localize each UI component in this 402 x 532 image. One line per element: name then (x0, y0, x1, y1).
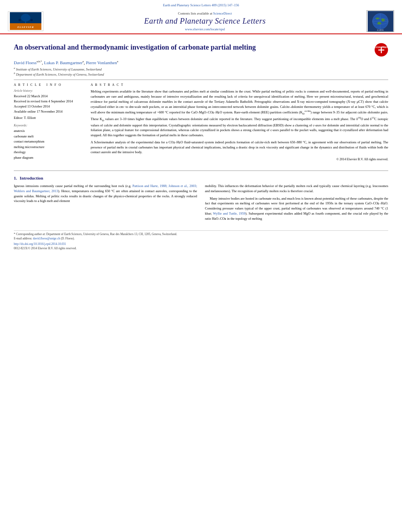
article-info-abstract: A R T I C L E I N F O Article history: R… (14, 83, 388, 162)
section-title-text: Introduction (20, 176, 43, 180)
doi-line: http://dx.doi.org/10.1016/j.epsl.2014.10… (14, 242, 388, 246)
author-2: Lukas P. Baumgartner (44, 60, 82, 65)
svg-point-4 (19, 19, 21, 21)
elsevier-logo: ELSEVIER (8, 11, 43, 31)
journal-header-middle: ELSEVIER Contents lists available at Sci… (8, 9, 394, 33)
email-line: E-mail address: david.floess@unige.ch (D… (14, 237, 388, 241)
intro-right-col: mobility. This influences the deformatio… (205, 184, 388, 223)
doi-link[interactable]: http://dx.doi.org/10.1016/j.epsl.2014.10… (14, 242, 66, 246)
journal-url[interactable]: www.elsevier.com/locate/epsl (43, 27, 367, 31)
email-note: (D. Floess). (61, 237, 74, 240)
affiliations: a Institute of Earth Sciences, Universit… (14, 67, 388, 77)
keywords-section: Keywords: anatexis carbonate melt contac… (14, 124, 83, 161)
intro-left-col: Igneous intrusions commonly cause partia… (14, 184, 197, 223)
section-number: 1. (14, 176, 17, 180)
introduction-section: 1. Introduction Igneous intrusions commo… (0, 176, 402, 223)
journal-header: Earth and Planetary Science Letters 409 … (0, 0, 402, 34)
contents-text: Contents lists available at (178, 11, 212, 15)
authors-line: David Floessa,b,*, Lukas P. Baumgartnera… (14, 60, 388, 65)
introduction-title: 1. Introduction (14, 176, 388, 180)
intro-para-1: Igneous intrusions commonly cause partia… (14, 184, 197, 204)
journal-title: Earth and Planetary Science Letters (43, 17, 367, 26)
and-word-1: and (333, 145, 338, 149)
bottom-divider (14, 171, 388, 171)
and-word-intro-right: and (223, 211, 228, 215)
abstract-header: A B S T R A C T (91, 83, 388, 87)
abstract-para-2: A Schreinemaker analysis of the experime… (91, 140, 388, 155)
sciencedirect-link[interactable]: ScienceDirect (213, 11, 232, 15)
email-address[interactable]: david.floess@unige.ch (33, 237, 60, 240)
svg-text:ELSEVIER: ELSEVIER (17, 26, 34, 29)
left-column: A R T I C L E I N F O Article history: R… (14, 83, 83, 162)
right-column: A B S T R A C T Melting experiments avai… (91, 83, 388, 162)
svg-point-2 (21, 14, 30, 22)
abstract-text: Melting experiments available in the lit… (91, 89, 388, 162)
article-title-text: An observational and thermodynamic inves… (14, 43, 370, 52)
journal-title-center: Contents lists available at ScienceDirec… (43, 11, 367, 31)
article-content: An observational and thermodynamic inves… (0, 34, 402, 166)
page-footer: * Corresponding author at: Department of… (0, 227, 402, 250)
svg-text:EARTH: EARTH (377, 29, 383, 31)
corresponding-note: * Corresponding author at: Department of… (14, 232, 388, 237)
keyword-5: rheology (14, 150, 83, 155)
ref-wyllie[interactable]: Wyllie and Tuttle, 1959 (213, 211, 246, 215)
intro-two-col: Igneous intrusions commonly cause partia… (14, 184, 388, 223)
keyword-2: carbonate melt (14, 134, 83, 139)
author-1: David Floess (14, 60, 37, 65)
keyword-4: melting microstructure (14, 145, 83, 150)
svg-point-5 (30, 19, 33, 21)
article-history-label: Article history: (14, 89, 83, 93)
received-date: Received 22 March 2014 (14, 94, 83, 99)
copyright-line: 0012-821X/© 2014 Elsevier B.V. All right… (14, 247, 388, 250)
keyword-3: contact metamorphism (14, 139, 83, 145)
author-3-sup: a (117, 60, 118, 63)
and-word-intro-left: and (26, 189, 31, 193)
affiliation-a: a Institute of Earth Sciences, Universit… (14, 67, 388, 71)
keyword-6: phase diagram (14, 155, 83, 161)
accepted-date: Accepted 13 October 2014 (14, 104, 83, 109)
abstract-copyright: © 2014 Elsevier B.V. All rights reserved… (91, 157, 388, 162)
available-date: Available online 17 November 2014 (14, 109, 83, 114)
divider-1 (14, 80, 388, 80)
abstract-para-1: Melting experiments available in the lit… (91, 89, 388, 138)
journal-header-top: Earth and Planetary Science Letters 409 … (8, 3, 394, 7)
page: Earth and Planetary Science Letters 409 … (0, 0, 402, 532)
revised-date: Received in revised form 4 September 201… (14, 99, 83, 104)
affiliation-b: b Department of Earth Sciences, Universi… (14, 72, 388, 76)
elsevier-img: ELSEVIER (10, 12, 41, 30)
crossmark-logo[interactable]: CrossMark (374, 43, 388, 57)
keywords-list: anatexis carbonate melt contact metamorp… (14, 128, 83, 161)
earth-logo: EARTH (367, 10, 394, 32)
ref-pattison[interactable]: Pattison and Harte, 1988; Johnson et al.… (14, 184, 197, 193)
journal-citation: Earth and Planetary Science Letters 409 … (163, 3, 239, 7)
article-info-header: A R T I C L E I N F O (14, 83, 83, 87)
article-title-section: An observational and thermodynamic inves… (14, 43, 388, 57)
footnote: * Corresponding author at: Department of… (14, 232, 388, 241)
footer-divider (14, 230, 388, 231)
keywords-label: Keywords: (14, 124, 83, 127)
and-word-2: and (112, 150, 117, 154)
keyword-1: anatexis (14, 128, 83, 134)
email-label: E-mail address: (14, 237, 32, 240)
intro-para-right-1: mobility. This influences the deformatio… (205, 184, 388, 194)
intro-para-right-2: Many intrusive bodies are hosted in carb… (205, 196, 388, 221)
editor-line: Editor: T. Elliott (14, 115, 83, 120)
author-1-sup: a,b,* (37, 60, 42, 63)
author-2-sup: a (82, 60, 84, 63)
author-3: Pierre Vonlanthen (86, 60, 117, 65)
